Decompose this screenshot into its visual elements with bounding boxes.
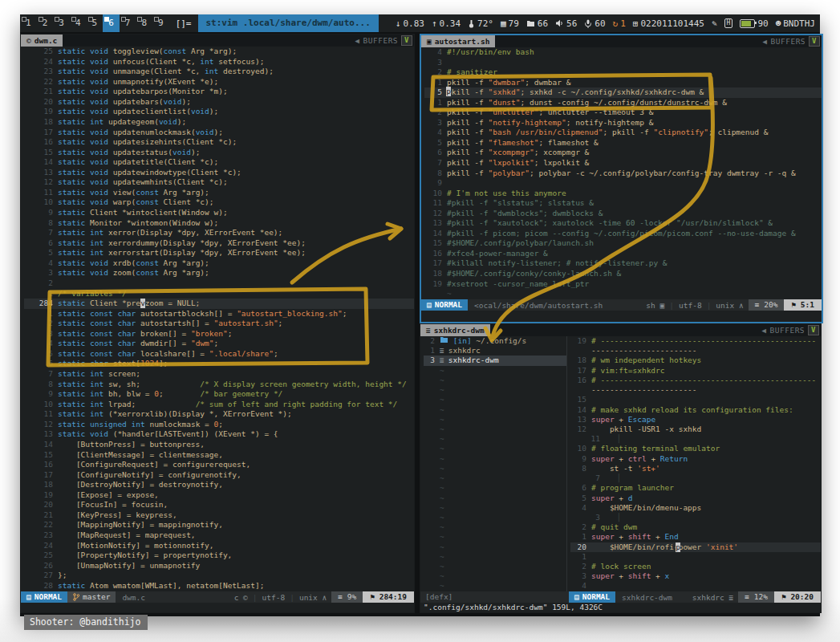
code-line[interactable]: 18static int updategeom(void);	[24, 117, 414, 128]
code-line[interactable]: 11static int (*xerrorxlib)(Display *, XE…	[24, 409, 414, 420]
code-line[interactable]: 6# program launcher	[570, 483, 821, 493]
tab-autostart-sh[interactable]: ▣autostart.sh	[421, 35, 495, 47]
code-line[interactable]: 25 [PropertyNotify] = propertynotify,	[24, 551, 414, 561]
code-line[interactable]: 3pkill -f "notify-hightemp"; notify-high…	[424, 118, 822, 128]
workspace-tag-8[interactable]: 8	[136, 14, 152, 32]
code-line[interactable]: 3▏	[584, 513, 821, 522]
code-line[interactable]: 18 [DestroyNotify] = destroynotify,	[24, 480, 414, 490]
workspace-tag-3[interactable]: 3	[53, 14, 70, 32]
code-line[interactable]: 1/* variables */	[24, 289, 414, 299]
code-line[interactable]: 4 $HOME/bin/dmenu-apps	[570, 503, 821, 513]
code-line[interactable]: 10# I'm not use this anymore	[424, 189, 822, 199]
code-line[interactable]: 7pkill -f "lxpolkit"; lxpolkit &	[424, 158, 822, 169]
tab-dwm-c[interactable]: ©dwm.c	[21, 35, 63, 47]
code-line[interactable]: 13super + Escape	[570, 415, 821, 425]
code-line[interactable]: 4	[570, 581, 821, 591]
code-line[interactable]: 15#$HOME/.config/polybar/launch.sh	[424, 238, 822, 249]
code-line[interactable]: -----------------------	[570, 385, 821, 395]
code-line[interactable]: 1static const char autostartblocksh[] = …	[24, 309, 414, 319]
code-line[interactable]: 4#!/usr/bin/env bash	[424, 47, 822, 58]
code-line[interactable]: 2pkill -f "unclutter"; unclutter --timeo…	[424, 108, 822, 118]
code-line[interactable]: 17static void updatenumlockmask(void);	[24, 128, 414, 138]
code-line[interactable]: 2# quit dwm	[570, 522, 821, 532]
vim-window-autostart[interactable]: ▣autostart.sh ◀BUFFERSV 4#!/usr/bin/env …	[420, 34, 823, 323]
code-line[interactable]: 5static int xerrorstart(Display *dpy, XE…	[24, 248, 414, 258]
code-line[interactable]: 6static int xerrordummy(Display *dpy, XE…	[24, 238, 414, 249]
layout-indicator[interactable]: []=	[169, 18, 198, 29]
code-line[interactable]: 11▏	[584, 434, 821, 444]
code-line[interactable]: 10# floating terminal emulator	[570, 444, 821, 453]
code-line[interactable]: 16 [ConfigureRequest] = configurerequest…	[24, 460, 414, 470]
code-line[interactable]: 18# wm independent hotkeys	[570, 356, 821, 365]
workspace-tag-1[interactable]: 1	[20, 14, 37, 32]
code-line[interactable]: 1	[570, 552, 821, 562]
code-area-autostart[interactable]: 4#!/usr/bin/env bash32# sanitizer1pkill …	[421, 47, 822, 299]
code-line[interactable]: 19#xsetroot -cursor_name left_ptr	[424, 279, 822, 290]
defx-file-explorer[interactable]: 2 [in] ~/.config/s1≣sxhkdrc3≣sxhkdrc-dwm…	[420, 336, 567, 591]
code-line[interactable]: 2	[24, 278, 414, 289]
workspace-tag-6[interactable]: 6	[103, 14, 120, 32]
code-line[interactable]: 23 [MapRequest] = maprequest,	[24, 530, 414, 541]
code-line[interactable]: 20 $HOME/bin/rofi-power 'xinit'	[570, 542, 821, 552]
workspace-tag-5[interactable]: 5	[87, 14, 103, 32]
code-area-sxhkd[interactable]: 19# ------------------------------------…	[567, 336, 821, 591]
code-line[interactable]: 11static void view(const Arg *arg);	[24, 188, 414, 198]
workspace-tag-2[interactable]: 2	[37, 14, 54, 32]
code-line[interactable]: 15static void updatestatus(void);	[24, 148, 414, 158]
code-line[interactable]: 28static Atom wmatom[WMLast], netatom[Ne…	[24, 581, 414, 591]
code-line[interactable]: 2# lock screen	[570, 562, 821, 571]
code-line[interactable]: 2static const char autostartsh[] = "auto…	[24, 319, 414, 329]
defx-row[interactable]: 2 [in] ~/.config/s	[424, 336, 566, 346]
code-line[interactable]: 15	[570, 395, 821, 404]
code-line[interactable]: 8 st -t 'st+'	[570, 464, 821, 473]
code-line[interactable]: 3static void zoom(const Arg *arg);	[24, 268, 414, 278]
code-line[interactable]: -----------------------	[570, 346, 821, 356]
code-line[interactable]: 12static void updatewmhints(Client *c);	[24, 177, 414, 188]
code-line[interactable]: 4static void xrdb(const Arg *arg);	[24, 258, 414, 269]
defx-row[interactable]: 1≣sxhkdrc	[424, 346, 566, 356]
code-line[interactable]: 9super + ctrl + Return	[570, 454, 821, 464]
defx-row[interactable]: 3≣sxhkdrc-dwm	[424, 356, 566, 365]
code-line[interactable]: ~	[424, 289, 822, 299]
code-line[interactable]: 27};	[24, 571, 414, 581]
code-line[interactable]: 3	[424, 58, 822, 68]
vim-window-dwm[interactable]: ©dwm.c ◀BUFFERSV 25static void togglevie…	[20, 34, 415, 613]
code-line[interactable]: 2# sanitizer	[424, 67, 822, 78]
code-line[interactable]: 12 pkill -USR1 -x sxhkd	[570, 425, 821, 434]
code-line[interactable]: 17 [ConfigureNotify] = configurenotify,	[24, 470, 414, 481]
code-line[interactable]: 20static void updatebars(void);	[24, 97, 414, 108]
code-line[interactable]: 9static int bh, blw = 0; /* bar geometry…	[24, 389, 414, 400]
code-line[interactable]: 16#xfce4-power-manager &	[424, 249, 822, 259]
code-line[interactable]: 5static const char localshare[] = ".loca…	[24, 349, 414, 360]
code-line[interactable]: 25static void toggleview(const Arg *arg)…	[24, 47, 414, 57]
code-line[interactable]: 8static Monitor *wintomon(Window w);	[24, 218, 414, 229]
code-line[interactable]: 3static const char broken[] = "broken";	[24, 329, 414, 339]
code-line[interactable]: 12#pkill -f "dwmblocks"; dwmblocks &	[424, 209, 822, 219]
vim-window-sxhkd[interactable]: ≣sxhkdrc-dwm ◀BUFFERSV 2 [in] ~/.config/…	[420, 323, 822, 613]
code-line[interactable]: 22 [MappingNotify] = mappingnotify,	[24, 520, 414, 530]
code-line[interactable]: 4static const char dwmdir[] = "dwm";	[24, 339, 414, 349]
code-line[interactable]: 11#pkill -f "slstatus"; slstatus &	[424, 198, 822, 209]
code-line[interactable]: 24static void unfocus(Client *c, int set…	[24, 57, 414, 67]
code-line[interactable]: 7static int screen;	[24, 369, 414, 380]
code-line[interactable]: 10static int lrpad; /* sum of left and r…	[24, 400, 414, 410]
code-line[interactable]: 4pkill -f "bash /usr/bin/clipmenud"; pki…	[424, 128, 822, 138]
code-line[interactable]: 21static void updatebarpos(Monitor *m);	[24, 87, 414, 97]
tab-sxhkdrc-dwm[interactable]: ≣sxhkdrc-dwm	[420, 324, 490, 336]
code-line[interactable]: 14# make sxhkd reload its configuration …	[570, 405, 821, 415]
code-line[interactable]: 23static void unmanage(Client *c, int de…	[24, 67, 414, 77]
code-line[interactable]: 1pkill -f "dunst"; dunst -config ~/.conf…	[424, 98, 822, 108]
code-line[interactable]: 1super + shift + End	[570, 532, 821, 542]
code-line[interactable]: 14 [ButtonPress] = buttonpress,	[24, 440, 414, 450]
code-line[interactable]: 18#$HOME/.config/conky/conky-launch.sh &	[424, 269, 822, 279]
code-line[interactable]: 3super + shift + x	[570, 571, 821, 581]
code-line[interactable]: 8pkill -f "polybar"; polybar -c ~/.confi…	[424, 169, 822, 179]
code-line[interactable]: 24 [MotionNotify] = motionnotify,	[24, 541, 414, 551]
code-line[interactable]: 1pkill -f "dwmbar"; dwmbar &	[424, 78, 822, 88]
code-line[interactable]: 14#pkill -f picom; picom --config ~/.con…	[424, 229, 822, 239]
code-line[interactable]: 19# ------------------------------------…	[570, 336, 821, 346]
code-line[interactable]: 13#pkill -f "xautolock"; xautolock -time…	[424, 218, 822, 229]
code-line[interactable]: 5pkill -f "flameshot"; flameshot &	[424, 138, 822, 148]
code-line[interactable]: 19 [Expose] = expose,	[24, 490, 414, 501]
code-line[interactable]: 20 [FocusIn] = focusin,	[24, 500, 414, 510]
